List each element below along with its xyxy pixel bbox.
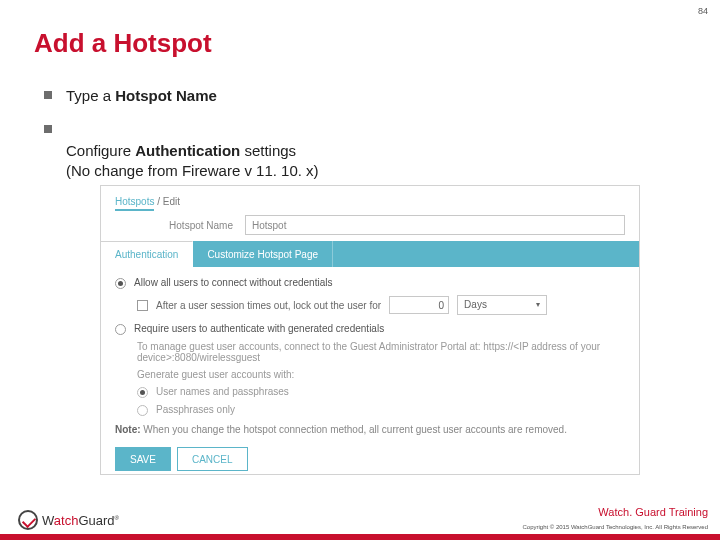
watchguard-logo: WatchGuard® [18, 510, 119, 530]
tab-authentication[interactable]: Authentication [101, 241, 193, 267]
radio-icon [115, 278, 126, 289]
bullet-bold: Hotspot Name [115, 87, 217, 104]
tab-bar: Authentication Customize Hotspot Page [101, 241, 639, 267]
option-label: User names and passphrases [156, 386, 289, 397]
option-label: Require users to authenticate with gener… [134, 323, 384, 334]
lockout-row: After a user session times out, lock out… [137, 295, 625, 315]
lockout-unit-select[interactable]: Days ▾ [457, 295, 547, 315]
breadcrumb-current: Edit [163, 196, 180, 207]
hotspot-name-input[interactable]: Hotspot [245, 215, 625, 235]
bullet-item: Type a Hotspot Name [44, 86, 664, 106]
logo-mark-icon [18, 510, 38, 530]
option-require-auth[interactable]: Require users to authenticate with gener… [115, 323, 625, 335]
logo-text-part: uard [89, 513, 115, 528]
footer-training: Watch. Guard Training [598, 506, 708, 518]
bullet-bold: Authentication [135, 142, 240, 159]
lockout-value-input[interactable]: 0 [389, 296, 449, 314]
logo-text-part: W [42, 513, 54, 528]
breadcrumb-root[interactable]: Hotspots [115, 196, 154, 211]
chevron-down-icon: ▾ [536, 296, 540, 314]
radio-icon [115, 324, 126, 335]
slide-title: Add a Hotspot [34, 28, 212, 59]
radio-icon [137, 405, 148, 416]
note-label: Note: [115, 424, 141, 435]
bullet-item: Configure Authentication settings (No ch… [44, 120, 664, 181]
option-passphrases-only[interactable]: Passphrases only [137, 404, 625, 416]
bullet-text: Type a [66, 87, 115, 104]
footer-copyright: Copyright © 2015 WatchGuard Technologies… [522, 524, 708, 530]
checkbox-lockout[interactable] [137, 300, 148, 311]
footer-accent-bar [0, 534, 720, 540]
manage-hint: To manage guest user accounts, connect t… [137, 341, 625, 363]
page-number: 84 [698, 6, 708, 16]
lockout-label: After a user session times out, lock out… [156, 300, 381, 311]
bullet-text: Configure [66, 142, 135, 159]
option-allow-all[interactable]: Allow all users to connect without crede… [115, 277, 625, 289]
note-row: Note: When you change the hotspot connec… [115, 424, 625, 435]
breadcrumb: Hotspots / Edit [115, 196, 625, 207]
screenshot-panel: Hotspots / Edit Hotspot Name Hotspot Aut… [100, 185, 640, 475]
save-button[interactable]: SAVE [115, 447, 171, 471]
button-row: SAVE CANCEL [115, 447, 625, 471]
note-text: When you change the hotspot connection m… [143, 424, 567, 435]
generate-label: Generate guest user accounts with: [137, 369, 625, 380]
registered-icon: ® [115, 514, 119, 520]
hotspot-name-label: Hotspot Name [115, 220, 245, 231]
option-label: Allow all users to connect without crede… [134, 277, 332, 288]
bullet-list: Type a Hotspot Name Configure Authentica… [44, 86, 664, 195]
logo-text: WatchGuard® [42, 513, 119, 528]
tab-customize-hotspot-page[interactable]: Customize Hotspot Page [193, 241, 333, 267]
radio-icon [137, 387, 148, 398]
option-usernames-passphrases[interactable]: User names and passphrases [137, 386, 625, 398]
logo-text-part: atch [54, 513, 79, 528]
breadcrumb-sep: / [157, 196, 160, 207]
select-value: Days [464, 296, 487, 314]
cancel-button[interactable]: CANCEL [177, 447, 248, 471]
option-label: Passphrases only [156, 404, 235, 415]
hotspot-name-row: Hotspot Name Hotspot [115, 215, 625, 235]
logo-text-part: G [78, 513, 88, 528]
